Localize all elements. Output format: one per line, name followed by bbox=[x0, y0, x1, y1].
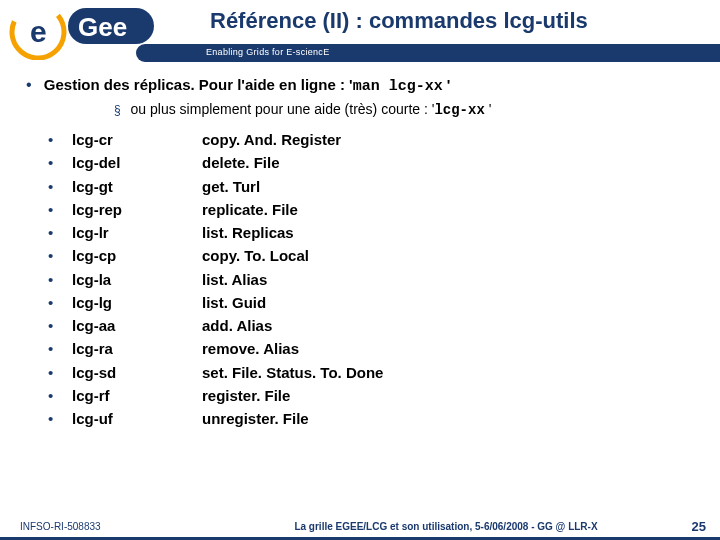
command-list: •lcg-crcopy. And. Register•lcg-deldelete… bbox=[26, 128, 700, 430]
bullet-icon: • bbox=[48, 384, 72, 407]
command-desc: list. Replicas bbox=[202, 221, 294, 244]
command-row: •lcg-aaadd. Alias bbox=[48, 314, 700, 337]
command-name: lcg-lg bbox=[72, 291, 202, 314]
bullet-icon: • bbox=[48, 244, 72, 267]
intro-line2: § ou plus simplement pour une aide (très… bbox=[26, 101, 700, 118]
command-desc: register. File bbox=[202, 384, 290, 407]
slide-body: • Gestion des réplicas. Pour l'aide en l… bbox=[0, 62, 720, 430]
command-row: •lcg-deldelete. File bbox=[48, 151, 700, 174]
slide-title: Référence (II) : commandes lcg-utils bbox=[170, 0, 720, 38]
command-name: lcg-cp bbox=[72, 244, 202, 267]
command-name: lcg-rf bbox=[72, 384, 202, 407]
footer-page-number: 25 bbox=[672, 519, 720, 534]
command-name: lcg-la bbox=[72, 268, 202, 291]
command-desc: add. Alias bbox=[202, 314, 272, 337]
slide-header: e Gee Référence (II) : commandes lcg-uti… bbox=[0, 0, 720, 62]
command-row: •lcg-repreplicate. File bbox=[48, 198, 700, 221]
command-name: lcg-cr bbox=[72, 128, 202, 151]
command-name: lcg-rep bbox=[72, 198, 202, 221]
command-row: •lcg-lalist. Alias bbox=[48, 268, 700, 291]
command-name: lcg-lr bbox=[72, 221, 202, 244]
bullet-icon: • bbox=[48, 407, 72, 430]
command-row: •lcg-gtget. Turl bbox=[48, 175, 700, 198]
intro2-suffix: ' bbox=[485, 101, 492, 117]
bullet-icon: • bbox=[48, 291, 72, 314]
intro1-suffix: ' bbox=[443, 76, 451, 93]
footer-center: La grille EGEE/LCG et son utilisation, 5… bbox=[220, 521, 672, 532]
command-desc: copy. To. Local bbox=[202, 244, 309, 267]
command-row: •lcg-ufunregister. File bbox=[48, 407, 700, 430]
command-name: lcg-uf bbox=[72, 407, 202, 430]
logo-letter-e: e bbox=[30, 15, 47, 48]
command-row: •lcg-raremove. Alias bbox=[48, 337, 700, 360]
intro1-code: man lcg-xx bbox=[353, 78, 443, 95]
bullet-icon: • bbox=[48, 198, 72, 221]
footer-row: INFSO-RI-508833 La grille EGEE/LCG et so… bbox=[0, 519, 720, 534]
command-desc: copy. And. Register bbox=[202, 128, 341, 151]
command-desc: list. Alias bbox=[202, 268, 267, 291]
command-name: lcg-aa bbox=[72, 314, 202, 337]
bullet-icon: • bbox=[48, 221, 72, 244]
bullet-icon: • bbox=[48, 175, 72, 198]
command-name: lcg-sd bbox=[72, 361, 202, 384]
command-row: •lcg-rfregister. File bbox=[48, 384, 700, 407]
command-desc: unregister. File bbox=[202, 407, 309, 430]
command-desc: get. Turl bbox=[202, 175, 260, 198]
title-wrap: Référence (II) : commandes lcg-utils bbox=[170, 0, 720, 44]
command-desc: remove. Alias bbox=[202, 337, 299, 360]
command-row: •lcg-crcopy. And. Register bbox=[48, 128, 700, 151]
bullet-icon: • bbox=[48, 128, 72, 151]
slide-subtitle-bar: Enabling Grids for E-sciencE bbox=[154, 44, 720, 62]
command-row: •lcg-cpcopy. To. Local bbox=[48, 244, 700, 267]
bullet-icon: • bbox=[48, 314, 72, 337]
command-desc: replicate. File bbox=[202, 198, 298, 221]
bullet-icon: • bbox=[48, 361, 72, 384]
command-name: lcg-ra bbox=[72, 337, 202, 360]
slide-subtitle: Enabling Grids for E-sciencE bbox=[206, 47, 329, 57]
logo-letters-gee: Gee bbox=[78, 12, 127, 42]
command-row: •lcg-sdset. File. Status. To. Done bbox=[48, 361, 700, 384]
egee-logo: e Gee bbox=[6, 2, 156, 60]
intro-line1: • Gestion des réplicas. Pour l'aide en l… bbox=[26, 76, 700, 95]
command-desc: set. File. Status. To. Done bbox=[202, 361, 383, 384]
bullet-icon: • bbox=[48, 337, 72, 360]
command-row: •lcg-lglist. Guid bbox=[48, 291, 700, 314]
bullet-icon: • bbox=[26, 76, 32, 93]
intro2-prefix: ou plus simplement pour une aide (très) … bbox=[131, 101, 435, 117]
square-bullet-icon: § bbox=[114, 103, 121, 117]
command-desc: list. Guid bbox=[202, 291, 266, 314]
command-row: •lcg-lrlist. Replicas bbox=[48, 221, 700, 244]
command-name: lcg-gt bbox=[72, 175, 202, 198]
footer-left: INFSO-RI-508833 bbox=[0, 521, 220, 532]
command-desc: delete. File bbox=[202, 151, 280, 174]
intro1-prefix: Gestion des réplicas. Pour l'aide en lig… bbox=[44, 76, 353, 93]
bullet-icon: • bbox=[48, 151, 72, 174]
bullet-icon: • bbox=[48, 268, 72, 291]
intro2-code: lcg-xx bbox=[434, 102, 484, 118]
command-name: lcg-del bbox=[72, 151, 202, 174]
